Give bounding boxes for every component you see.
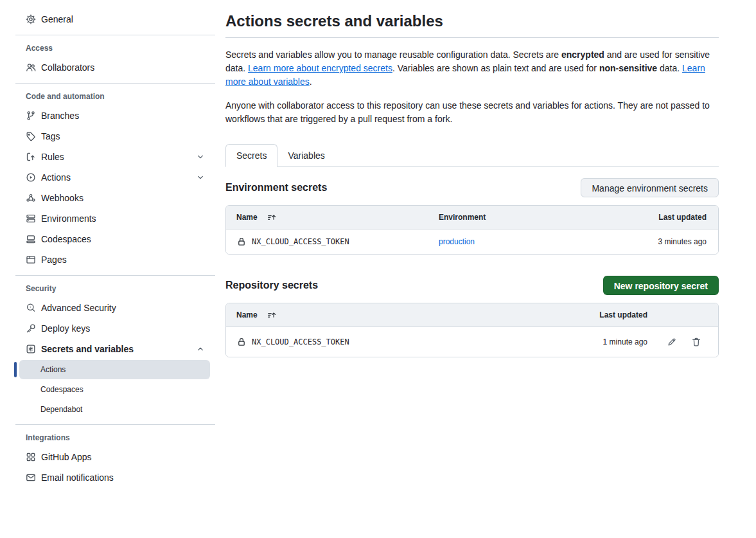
sidebar-item-environments[interactable]: Environments	[15, 208, 215, 229]
sidebar-subitem-label: Actions	[40, 365, 66, 374]
environment-link[interactable]: production	[439, 237, 475, 246]
sidebar-item-deploy-keys[interactable]: Deploy keys	[15, 318, 215, 339]
sidebar-item-actions[interactable]: Actions	[15, 167, 215, 188]
intro-text: .	[310, 76, 312, 87]
sidebar-item-github-apps[interactable]: GitHub Apps	[15, 447, 215, 467]
sidebar-section-access: Access	[15, 44, 215, 53]
sidebar-item-advanced-security[interactable]: Advanced Security	[15, 298, 215, 318]
key-icon	[26, 323, 36, 334]
sidebar-item-label: Collaborators	[41, 62, 94, 73]
lock-icon	[236, 237, 247, 247]
manage-environment-secrets-button[interactable]: Manage environment secrets	[581, 178, 719, 197]
sidebar-subitem-dependabot[interactable]: Dependabot	[19, 400, 210, 419]
table-row: NX_CLOUD_ACCESS_TOKEN production 3 minut…	[226, 229, 718, 254]
sidebar-item-label: Environments	[41, 213, 96, 224]
sidebar-divider	[15, 83, 215, 84]
sidebar-divider	[15, 275, 215, 276]
column-header-label: Name	[236, 213, 258, 222]
codescan-icon	[26, 303, 36, 313]
last-updated-cell: 3 minutes ago	[658, 237, 718, 246]
table-row: NX_CLOUD_ACCESS_TOKEN 1 minute ago	[226, 327, 718, 357]
sidebar-item-label: Codespaces	[41, 234, 91, 244]
secrets-variables-tabs: Secrets Variables	[225, 144, 719, 167]
chevron-down-icon	[197, 153, 204, 161]
sidebar-item-collaborators[interactable]: Collaborators	[15, 57, 215, 78]
sidebar-item-label: Branches	[41, 111, 79, 121]
sidebar-item-pages[interactable]: Pages	[15, 249, 215, 270]
edit-secret-button[interactable]	[667, 337, 677, 347]
new-repository-secret-button[interactable]: New repository secret	[603, 276, 719, 295]
sidebar-item-label: Webhooks	[41, 193, 84, 203]
git-branch-icon	[26, 111, 36, 121]
sidebar-item-label: General	[41, 14, 73, 24]
intro-text: Secrets and variables allow you to manag…	[225, 49, 561, 60]
column-header-environment: Environment	[439, 213, 658, 222]
sidebar-item-tags[interactable]: Tags	[15, 126, 215, 147]
environment-cell: production	[439, 237, 658, 246]
tab-secrets[interactable]: Secrets	[225, 144, 277, 167]
sidebar-item-webhooks[interactable]: Webhooks	[15, 188, 215, 208]
sidebar-item-email-notifications[interactable]: Email notifications	[15, 467, 215, 488]
sort-ascending-icon	[267, 310, 277, 320]
secret-name: NX_CLOUD_ACCESS_TOKEN	[252, 337, 349, 346]
sidebar-subitem-codespaces[interactable]: Codespaces	[19, 380, 210, 399]
mail-icon	[26, 472, 36, 483]
secret-name: NX_CLOUD_ACCESS_TOKEN	[252, 237, 349, 246]
sidebar-item-secrets-and-variables[interactable]: Secrets and variables	[15, 339, 215, 359]
sidebar-subitem-label: Dependabot	[40, 405, 82, 414]
gear-icon	[26, 14, 36, 24]
sidebar-section-code-automation: Code and automation	[15, 92, 215, 101]
sidebar-item-label: Deploy keys	[41, 323, 90, 334]
sort-ascending-icon	[267, 212, 277, 222]
sidebar-item-label: Actions	[41, 172, 71, 183]
sidebar-item-label: Secrets and variables	[41, 344, 134, 354]
repository-secrets-header: Repository secrets New repository secret	[225, 275, 719, 296]
main-content: Actions secrets and variables Secrets an…	[225, 0, 719, 538]
column-header-label: Name	[236, 310, 258, 319]
play-icon	[26, 172, 36, 183]
sidebar-divider	[15, 35, 215, 35]
sidebar-section-integrations: Integrations	[15, 433, 215, 442]
sidebar-item-general[interactable]: General	[15, 9, 215, 30]
column-header-name[interactable]: Name	[226, 310, 570, 320]
sidebar-subitem-actions[interactable]: Actions	[19, 360, 210, 379]
browser-icon	[26, 255, 36, 265]
link-encrypted-secrets[interactable]: Learn more about encrypted secrets	[248, 63, 392, 73]
tag-icon	[26, 131, 36, 141]
secret-name-cell: NX_CLOUD_ACCESS_TOKEN	[226, 337, 570, 347]
sidebar-item-label: GitHub Apps	[41, 452, 92, 462]
sidebar-item-label: Email notifications	[41, 472, 114, 483]
apps-icon	[26, 452, 36, 462]
sidebar-item-label: Rules	[41, 152, 64, 162]
intro-bold-nonsensitive: non-sensitive	[599, 63, 657, 73]
collaborator-paragraph: Anyone with collaborator access to this …	[225, 99, 719, 126]
webhook-icon	[26, 193, 36, 203]
lock-icon	[236, 337, 247, 347]
sidebar-item-label: Pages	[41, 255, 67, 265]
chevron-down-icon	[197, 174, 204, 181]
table-header-row: Name Environment Last updated	[226, 206, 718, 229]
sidebar-item-branches[interactable]: Branches	[15, 105, 215, 126]
trash-icon	[691, 337, 701, 347]
sidebar-item-codespaces[interactable]: Codespaces	[15, 229, 215, 249]
active-indicator-bar	[14, 362, 17, 377]
environment-secrets-heading: Environment secrets	[225, 182, 327, 193]
environments-icon	[26, 213, 36, 224]
delete-secret-button[interactable]	[691, 337, 701, 347]
people-icon	[26, 62, 36, 73]
rules-icon	[26, 152, 36, 162]
column-header-last-updated: Last updated	[570, 310, 647, 319]
sidebar-section-security: Security	[15, 284, 215, 293]
table-header-row: Name Last updated	[226, 303, 718, 327]
sidebar-item-rules[interactable]: Rules	[15, 147, 215, 167]
last-updated-cell: 1 minute ago	[570, 337, 647, 346]
settings-sidebar: General Access Collaborators Code and au…	[0, 0, 215, 538]
intro-bold-encrypted: encrypted	[561, 49, 604, 60]
key-asterisk-icon	[26, 344, 36, 354]
environment-secrets-header: Environment secrets Manage environment s…	[225, 177, 719, 198]
tab-variables[interactable]: Variables	[277, 145, 335, 166]
pencil-icon	[667, 337, 677, 347]
intro-text: . Variables are shown as plain text and …	[392, 63, 599, 73]
row-actions	[647, 337, 718, 347]
column-header-name[interactable]: Name	[226, 212, 439, 222]
